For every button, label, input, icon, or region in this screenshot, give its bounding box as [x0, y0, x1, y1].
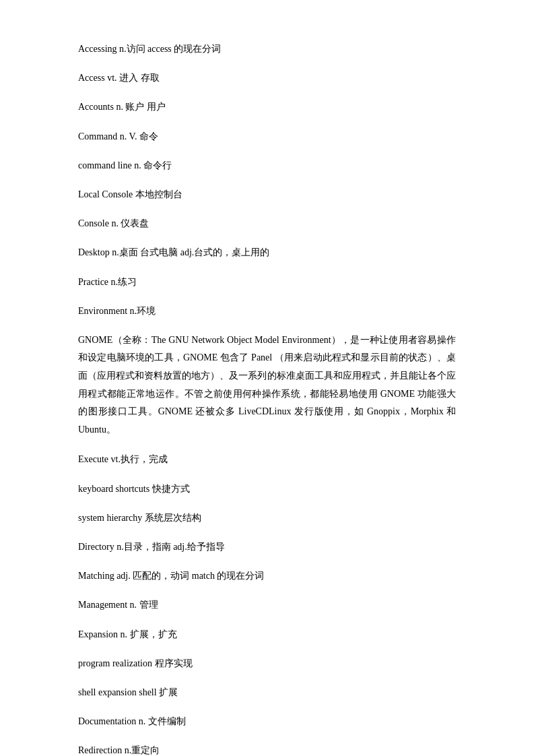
- entry-text-accessing: Accessing n.访问 access 的现在分词: [78, 40, 456, 57]
- entry-text-practice: Practice n.练习: [78, 274, 456, 290]
- entry-text-desktop: Desktop n.桌面 台式电脑 adj.台式的，桌上用的: [78, 244, 456, 261]
- entry-gnome: GNOME（全称：The GNU Network Object Model En…: [78, 332, 456, 439]
- entry-system-hierarchy: system hierarchy 系统层次结构: [78, 509, 456, 526]
- entry-text-console: Console n. 仪表盘: [78, 215, 456, 232]
- entry-text-environment: Environment n.环境: [78, 303, 456, 319]
- entry-access: Access vt. 进入 存取: [78, 69, 456, 86]
- entry-practice: Practice n.练习: [78, 274, 456, 290]
- entry-text-management: Management n. 管理: [78, 596, 456, 613]
- entry-keyboard-shortcuts: keyboard shortcuts 快捷方式: [78, 480, 456, 497]
- entry-documentation: Documentation n. 文件编制: [78, 713, 456, 730]
- entry-expansion: Expansion n. 扩展，扩充: [78, 626, 456, 643]
- entry-environment: Environment n.环境: [78, 303, 456, 319]
- entry-text-redirection: Redirection n.重定向: [78, 742, 456, 756]
- entry-text-access: Access vt. 进入 存取: [78, 69, 456, 86]
- entry-text-keyboard-shortcuts: keyboard shortcuts 快捷方式: [78, 480, 456, 497]
- entry-text-system-hierarchy: system hierarchy 系统层次结构: [78, 509, 456, 526]
- content-area: Accessing n.访问 access 的现在分词Access vt. 进入…: [78, 40, 456, 756]
- gnome-paragraph: GNOME（全称：The GNU Network Object Model En…: [78, 332, 456, 439]
- entry-execute: Execute vt.执行，完成: [78, 451, 456, 468]
- entry-desktop: Desktop n.桌面 台式电脑 adj.台式的，桌上用的: [78, 244, 456, 261]
- entry-management: Management n. 管理: [78, 596, 456, 613]
- entry-text-execute: Execute vt.执行，完成: [78, 451, 456, 468]
- entry-text-command: Command n. V. 命令: [78, 128, 456, 145]
- entry-text-expansion: Expansion n. 扩展，扩充: [78, 626, 456, 643]
- entry-accounts: Accounts n. 账户 用户: [78, 98, 456, 115]
- entry-text-directory: Directory n.目录，指南 adj.给予指导: [78, 538, 456, 555]
- entry-program-realization: program realization 程序实现: [78, 655, 456, 672]
- entry-text-accounts: Accounts n. 账户 用户: [78, 98, 456, 115]
- entry-text-matching: Matching adj. 匹配的，动词 match 的现在分词: [78, 567, 456, 584]
- entry-text-documentation: Documentation n. 文件编制: [78, 713, 456, 730]
- entry-matching: Matching adj. 匹配的，动词 match 的现在分词: [78, 567, 456, 584]
- entry-redirection: Redirection n.重定向: [78, 742, 456, 756]
- entry-text-local-console: Local Console 本地控制台: [78, 186, 456, 203]
- entry-text-shell-expansion: shell expansion shell 扩展: [78, 684, 456, 701]
- entry-command-line: command line n. 命令行: [78, 157, 456, 174]
- entry-shell-expansion: shell expansion shell 扩展: [78, 684, 456, 701]
- entry-text-program-realization: program realization 程序实现: [78, 655, 456, 672]
- entry-command: Command n. V. 命令: [78, 128, 456, 145]
- entry-directory: Directory n.目录，指南 adj.给予指导: [78, 538, 456, 555]
- entry-console: Console n. 仪表盘: [78, 215, 456, 232]
- entry-accessing: Accessing n.访问 access 的现在分词: [78, 40, 456, 57]
- entry-local-console: Local Console 本地控制台: [78, 186, 456, 203]
- entry-text-command-line: command line n. 命令行: [78, 157, 456, 174]
